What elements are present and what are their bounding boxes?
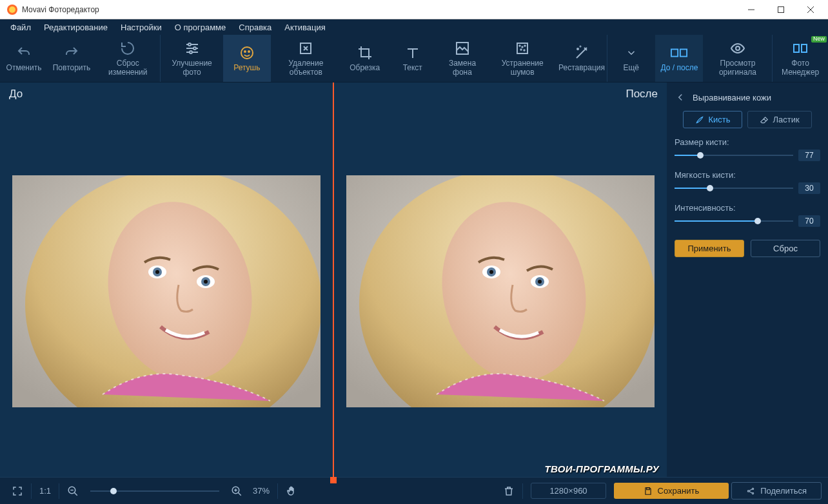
bgswap-icon <box>454 40 471 57</box>
vieworig-button[interactable]: Просмотр оригинала <box>703 35 772 82</box>
share-button[interactable]: Поделиться <box>731 482 822 499</box>
svg-rect-29 <box>802 44 807 52</box>
svg-point-13 <box>244 51 246 52</box>
soft-label: Мягкость кисти: <box>675 170 820 180</box>
svg-point-10 <box>193 47 196 50</box>
panel-title: Выравнивание кожи <box>693 93 771 102</box>
zoom-out-button[interactable] <box>62 481 84 501</box>
denoise-label: Устранение шумов <box>493 59 551 76</box>
more-label: Ещё <box>623 64 639 72</box>
svg-point-57 <box>753 488 754 489</box>
remove-label: Удаление объектов <box>276 59 336 76</box>
chevron-down-icon <box>623 44 640 61</box>
dimensions[interactable]: 1280×960 <box>531 483 606 499</box>
text-icon <box>404 44 421 61</box>
reset-label: Сброс изменений <box>101 59 155 76</box>
menu-edit[interactable]: Редактирование <box>37 19 114 35</box>
enhance-button[interactable]: Улучшение фото <box>161 35 223 82</box>
delete-button[interactable] <box>498 481 520 501</box>
soft-slider[interactable] <box>675 184 793 193</box>
more-button[interactable]: Ещё <box>607 35 655 82</box>
share-icon <box>746 487 755 496</box>
svg-rect-55 <box>646 487 649 489</box>
redo-button[interactable]: Повторить <box>48 35 95 82</box>
svg-point-1 <box>9 6 15 13</box>
manager-button[interactable]: New Фото Менеджер <box>773 35 828 82</box>
apply-button[interactable]: Применить <box>675 240 744 257</box>
svg-point-19 <box>522 47 523 48</box>
svg-point-14 <box>248 51 250 52</box>
zoom-in-button[interactable] <box>226 481 248 501</box>
before-pane: До <box>0 82 333 477</box>
pan-button[interactable] <box>281 481 302 501</box>
restore-label: Реставрация <box>558 64 605 72</box>
menu-activation[interactable]: Активация <box>278 19 331 35</box>
save-label: Сохранить <box>658 486 700 496</box>
text-button[interactable]: Текст <box>389 35 437 82</box>
brush-label: Кисть <box>708 115 730 124</box>
close-button[interactable] <box>796 0 825 19</box>
denoise-icon <box>514 40 531 57</box>
sliders-icon <box>184 40 201 57</box>
remove-button[interactable]: Удаление объектов <box>271 35 341 82</box>
beforeafter-button[interactable]: До / после <box>655 35 703 82</box>
eraser-label: Ластик <box>773 115 799 124</box>
compare-divider[interactable] <box>333 82 334 477</box>
svg-point-21 <box>521 50 522 50</box>
menu-help[interactable]: Справка <box>232 19 278 35</box>
save-button[interactable]: Сохранить <box>614 483 729 499</box>
toolbar: Отменить Повторить Сброс изменений Улучш… <box>0 35 828 82</box>
undo-label: Отменить <box>6 64 42 72</box>
redo-icon <box>63 44 80 61</box>
minimize-button[interactable] <box>736 0 766 19</box>
after-image[interactable] <box>346 175 655 407</box>
svg-point-44 <box>489 270 493 274</box>
svg-point-18 <box>520 46 520 46</box>
intensity-value: 70 <box>798 215 820 227</box>
reset-button[interactable]: Сброс изменений <box>95 35 160 82</box>
before-image[interactable] <box>12 175 320 407</box>
brush-tab[interactable]: Кисть <box>683 111 742 128</box>
restore-button[interactable]: Реставрация <box>557 35 607 82</box>
denoise-button[interactable]: Устранение шумов <box>488 35 557 82</box>
undo-button[interactable]: Отменить <box>0 35 48 82</box>
magic-icon <box>573 44 590 61</box>
intensity-slider[interactable] <box>675 217 793 226</box>
maximize-button[interactable] <box>766 0 796 19</box>
svg-point-20 <box>525 46 526 46</box>
svg-rect-17 <box>517 43 527 53</box>
menu-about[interactable]: О программе <box>168 19 233 35</box>
intensity-label: Интенсивность: <box>675 203 820 213</box>
crop-icon <box>357 44 373 61</box>
fullscreen-button[interactable] <box>6 481 28 501</box>
remove-icon <box>297 40 314 57</box>
svg-point-9 <box>188 43 191 46</box>
svg-line-60 <box>749 491 753 492</box>
retouch-button[interactable]: Ретушь <box>223 35 271 82</box>
reset-panel-button[interactable]: Сброс <box>751 240 820 257</box>
menu-settings[interactable]: Настройки <box>114 19 168 35</box>
bgswap-label: Замена фона <box>442 59 484 76</box>
eraser-tab[interactable]: Ластик <box>747 111 811 128</box>
back-button[interactable] <box>675 92 686 103</box>
menu-file[interactable]: Файл <box>4 19 37 35</box>
workarea: До <box>0 82 828 477</box>
crop-button[interactable]: Обрезка <box>341 35 389 82</box>
zoom-value: 37% <box>248 481 275 501</box>
retouch-label: Ретушь <box>233 64 260 72</box>
svg-rect-3 <box>778 6 784 12</box>
bgswap-button[interactable]: Замена фона <box>437 35 489 82</box>
zoom-slider[interactable] <box>90 487 219 496</box>
new-badge: New <box>811 36 827 43</box>
crop-label: Обрезка <box>350 64 380 72</box>
fit-button[interactable]: 1:1 <box>34 481 56 501</box>
svg-point-35 <box>155 270 159 274</box>
svg-line-49 <box>74 492 77 496</box>
svg-rect-28 <box>794 44 799 52</box>
size-slider[interactable] <box>675 151 793 160</box>
eye-icon <box>729 40 746 57</box>
vieworig-label: Просмотр оригинала <box>708 59 767 76</box>
window-title: Movavi Фоторедактор <box>22 5 99 14</box>
manager-label: Фото Менеджер <box>778 59 823 76</box>
share-label: Поделиться <box>760 486 807 496</box>
